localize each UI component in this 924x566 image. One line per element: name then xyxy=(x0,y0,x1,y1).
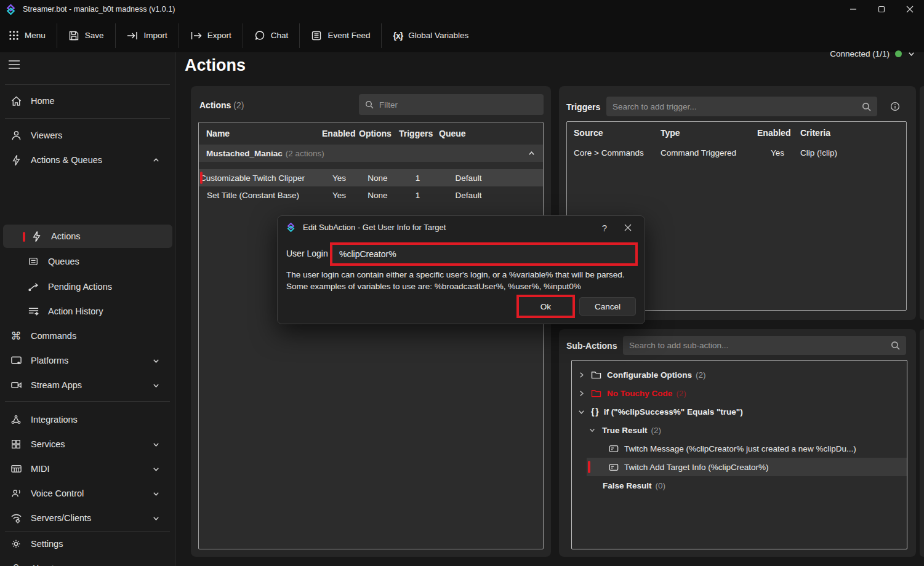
tree-item-count: (2) xyxy=(676,389,686,398)
dialog-title: Edit SubAction - Get User Info for Targe… xyxy=(303,223,446,232)
sidebar-item-stream-apps[interactable]: Stream Apps xyxy=(0,373,175,397)
dialog-close-button[interactable] xyxy=(621,221,635,234)
sidebar-item-home[interactable]: Home xyxy=(0,89,175,113)
gear-icon xyxy=(10,538,22,550)
dialog-help-button[interactable]: ? xyxy=(598,221,611,234)
connection-status[interactable]: Connected (1/1) xyxy=(830,37,915,71)
sidebar-item-label: Settings xyxy=(31,539,175,549)
tree-item-twitch-add-target-info[interactable]: Twitch Add Target Info (%clipCreator%) xyxy=(587,458,907,476)
sidebar-item-queues[interactable]: Queues xyxy=(0,249,175,274)
table-row[interactable]: Customizable Twitch Clipper Yes None 1 D… xyxy=(199,169,543,186)
global-variables-button[interactable]: {x} Global Variables xyxy=(387,26,475,46)
info-icon[interactable] xyxy=(890,102,900,111)
actions-table-header: Name Enabled Options Triggers Queue xyxy=(199,122,543,145)
title-bar: Streamer.bot - maniac_b0t madness (v1.0.… xyxy=(0,0,924,18)
sidebar-item-label: Queues xyxy=(48,257,175,266)
cancel-button[interactable]: Cancel xyxy=(579,297,636,316)
sidebar-item-servers-clients[interactable]: Servers/Clients xyxy=(0,506,175,530)
action-options: None xyxy=(358,173,398,183)
sidebar-item-settings[interactable]: Settings xyxy=(0,532,175,556)
chevron-right-icon[interactable] xyxy=(577,370,585,379)
table-row[interactable]: Set Title (Constant Base) Yes None 1 Def… xyxy=(199,186,543,204)
sidebar-item-actions[interactable]: Actions xyxy=(3,225,172,248)
sidebar-item-actions-queues[interactable]: Actions & Queues xyxy=(0,148,175,172)
chat-icon xyxy=(254,30,265,41)
column-header-options[interactable]: Options xyxy=(358,129,398,138)
tree-item-false-result[interactable]: False Result (0) xyxy=(572,476,907,495)
subactions-tree: Configurable Options (2) No Touchy Code … xyxy=(571,360,907,549)
message-box-icon xyxy=(609,445,619,453)
column-header-name[interactable]: Name xyxy=(199,129,321,138)
column-header-enabled[interactable]: Enabled xyxy=(756,128,799,138)
minimize-button[interactable] xyxy=(839,0,867,18)
chevron-up-icon xyxy=(150,154,162,166)
page-title: Actions xyxy=(185,56,246,75)
chevron-right-icon[interactable] xyxy=(577,389,585,397)
window-title: Streamer.bot - maniac_b0t madness (v1.0.… xyxy=(23,5,175,14)
column-header-source[interactable]: Source xyxy=(567,128,659,138)
column-header-enabled[interactable]: Enabled xyxy=(321,129,358,138)
export-button[interactable]: Export xyxy=(184,26,238,46)
column-header-triggers[interactable]: Triggers xyxy=(398,129,438,138)
sidebar-item-platforms[interactable]: Platforms xyxy=(0,348,175,373)
column-header-queue[interactable]: Queue xyxy=(438,129,499,138)
selected-indicator xyxy=(588,461,590,473)
sidebar-item-label: Home xyxy=(31,96,175,106)
sidebar-item-about[interactable]: ? About xyxy=(0,556,175,566)
trigger-search[interactable] xyxy=(606,97,877,116)
import-label: Import xyxy=(144,31,167,40)
user-login-label: User Login xyxy=(286,249,328,258)
sidebar-item-label: Commands xyxy=(31,331,175,341)
sidebar-divider xyxy=(5,401,170,402)
chat-button[interactable]: Chat xyxy=(248,25,295,46)
save-label: Save xyxy=(85,31,104,40)
tree-item-configurable-options[interactable]: Configurable Options (2) xyxy=(572,365,907,384)
close-button[interactable] xyxy=(896,0,924,18)
tree-item-no-touchy-code[interactable]: No Touchy Code (2) xyxy=(572,384,907,402)
braces-x-icon: {x} xyxy=(393,31,403,41)
lightning-icon xyxy=(10,154,22,166)
subaction-search[interactable] xyxy=(623,336,906,355)
ok-button[interactable]: Ok xyxy=(519,297,572,316)
chevron-up-icon[interactable] xyxy=(528,149,536,157)
chevron-down-icon[interactable] xyxy=(577,407,585,416)
sidebar-item-commands[interactable]: ⌘ Commands xyxy=(0,324,175,348)
sidebar-item-integrations[interactable]: Integrations xyxy=(0,407,175,432)
tree-item-true-result[interactable]: True Result (2) xyxy=(572,421,907,439)
action-name: Set Title (Constant Base) xyxy=(199,191,321,200)
sidebar-item-viewers[interactable]: Viewers xyxy=(0,123,175,148)
table-row[interactable]: Core > Commands Command Triggered Yes Cl… xyxy=(567,144,906,161)
menu-button[interactable]: Menu xyxy=(2,25,52,46)
sidebar-item-label: Viewers xyxy=(31,130,175,140)
pending-arrow-icon xyxy=(27,281,39,293)
filter-input[interactable] xyxy=(379,100,537,110)
actions-filter-search[interactable] xyxy=(359,94,544,115)
trigger-search-input[interactable] xyxy=(613,102,856,111)
sidebar-item-pending-actions[interactable]: Pending Actions xyxy=(0,274,175,299)
actions-table: Name Enabled Options Triggers Queue Must… xyxy=(198,122,544,549)
user-login-input[interactable] xyxy=(332,245,635,263)
save-button[interactable]: Save xyxy=(62,25,110,46)
sidebar-item-services[interactable]: Services xyxy=(0,432,175,456)
chevron-down-icon xyxy=(150,354,162,367)
chevron-down-icon[interactable] xyxy=(588,426,597,434)
sidebar-item-action-history[interactable]: Action History xyxy=(0,299,175,324)
hamburger-menu-icon[interactable] xyxy=(7,58,21,71)
event-feed-label: Event Feed xyxy=(327,31,370,40)
sidebar-item-voice-control[interactable]: Voice Control xyxy=(0,481,175,506)
tree-item-if-condition[interactable]: { } if ("%clipSuccess%" Equals "true") xyxy=(572,402,907,421)
menu-label: Menu xyxy=(25,31,46,40)
maximize-button[interactable] xyxy=(867,0,896,18)
column-header-type[interactable]: Type xyxy=(659,128,756,138)
import-button[interactable]: Import xyxy=(121,26,174,46)
tree-item-count: (2) xyxy=(651,426,662,435)
column-header-criteria[interactable]: Criteria xyxy=(799,128,906,138)
sidebar-item-label: Actions xyxy=(51,231,172,241)
sidebar-item-midi[interactable]: MIDI xyxy=(0,456,175,481)
event-feed-button[interactable]: Event Feed xyxy=(305,25,376,46)
tree-item-twitch-message[interactable]: Twitch Message (%clipCreator% just creat… xyxy=(572,439,907,458)
history-lines-icon xyxy=(27,305,39,317)
event-feed-icon xyxy=(311,30,322,41)
action-group-row[interactable]: Mustached_Maniac (2 actions) xyxy=(199,145,543,162)
subaction-search-input[interactable] xyxy=(629,341,885,350)
